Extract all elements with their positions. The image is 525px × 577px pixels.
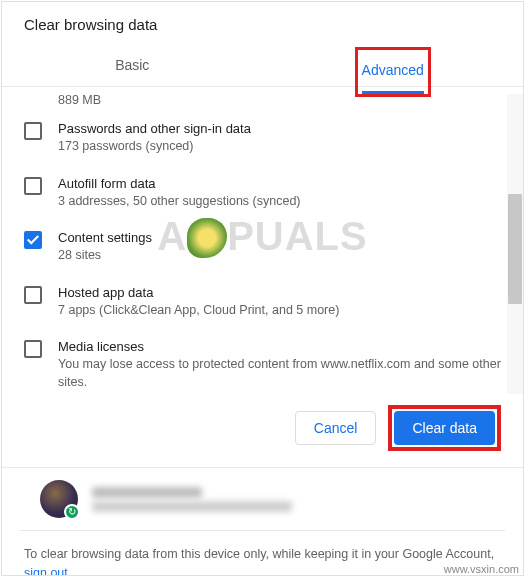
sign-out-link[interactable]: sign out bbox=[24, 566, 68, 576]
sync-icon bbox=[64, 504, 80, 520]
highlight-box: Clear data bbox=[388, 405, 501, 451]
item-sub: You may lose access to protected content… bbox=[58, 356, 505, 387]
item-label: Autofill form data bbox=[58, 176, 301, 191]
checkbox-passwords[interactable] bbox=[24, 122, 42, 140]
account-email-blurred bbox=[92, 501, 292, 512]
account-text bbox=[92, 484, 292, 515]
avatar bbox=[40, 480, 78, 518]
list-item[interactable]: Autofill form data 3 addresses, 50 other… bbox=[24, 166, 505, 221]
truncated-size: 889 MB bbox=[24, 93, 505, 107]
footer-suffix: . bbox=[68, 566, 71, 576]
tab-advanced[interactable]: Advanced bbox=[263, 43, 524, 86]
checkbox-content-settings[interactable] bbox=[24, 231, 42, 249]
item-label: Media licenses bbox=[58, 339, 505, 354]
dialog-actions: Cancel Clear data bbox=[2, 387, 523, 467]
item-label: Hosted app data bbox=[58, 285, 339, 300]
tab-basic[interactable]: Basic bbox=[2, 43, 263, 86]
footer-msg: To clear browsing data from this device … bbox=[24, 547, 494, 561]
item-sub: 28 sites bbox=[58, 247, 152, 265]
list-item[interactable]: Content settings 28 sites bbox=[24, 220, 505, 275]
dialog-title: Clear browsing data bbox=[2, 2, 523, 43]
cancel-button[interactable]: Cancel bbox=[295, 411, 377, 445]
clear-data-button[interactable]: Clear data bbox=[394, 411, 495, 445]
tabs: Basic Advanced bbox=[2, 43, 523, 87]
account-card bbox=[2, 468, 523, 530]
list-item[interactable]: Media licenses You may lose access to pr… bbox=[24, 329, 505, 387]
item-label: Passwords and other sign-in data bbox=[58, 121, 251, 136]
checkbox-media-licenses[interactable] bbox=[24, 340, 42, 358]
clear-browsing-data-dialog: Clear browsing data Basic Advanced 889 M… bbox=[1, 1, 524, 576]
item-sub: 7 apps (Click&Clean App, Cloud Print, an… bbox=[58, 302, 339, 320]
checkbox-hosted-app[interactable] bbox=[24, 286, 42, 304]
tab-basic-label: Basic bbox=[115, 57, 149, 73]
source-url: www.vsxin.com bbox=[444, 563, 519, 575]
checkbox-autofill[interactable] bbox=[24, 177, 42, 195]
options-list: 889 MB Passwords and other sign-in data … bbox=[2, 87, 523, 387]
account-name-blurred bbox=[92, 487, 202, 498]
list-item[interactable]: Passwords and other sign-in data 173 pas… bbox=[24, 111, 505, 166]
item-sub: 173 passwords (synced) bbox=[58, 138, 251, 156]
list-item[interactable]: Hosted app data 7 apps (Click&Clean App,… bbox=[24, 275, 505, 330]
item-label: Content settings bbox=[58, 230, 152, 245]
item-sub: 3 addresses, 50 other suggestions (synce… bbox=[58, 193, 301, 211]
